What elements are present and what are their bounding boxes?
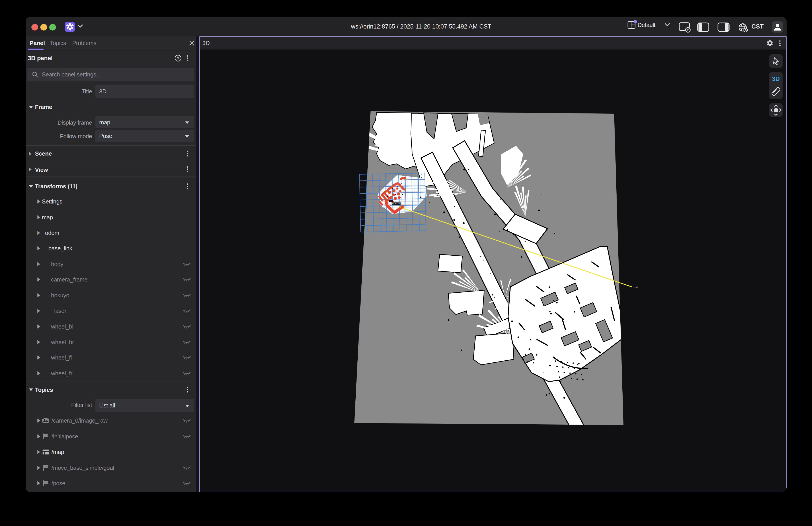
svg-text:ROBOT63: ROBOT63	[392, 203, 402, 205]
svg-text:?: ?	[177, 56, 179, 61]
svg-text:Default: Default	[638, 22, 656, 28]
svg-text:goal: goal	[634, 286, 638, 288]
